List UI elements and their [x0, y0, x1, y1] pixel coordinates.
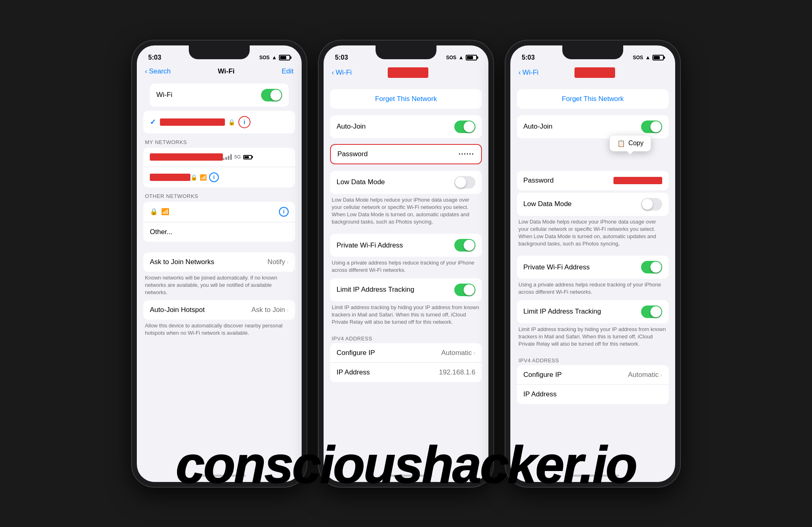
content-3: Forget This Network Auto-Join	[510, 82, 675, 470]
status-icons-3: SOS ▲	[633, 54, 664, 60]
low-data-toggle-3[interactable]	[641, 198, 662, 211]
home-bar-2	[380, 475, 432, 477]
wifi-icon-1: ▲	[272, 54, 277, 60]
battery-icon-3	[652, 55, 664, 60]
low-data-toggle-2[interactable]	[454, 176, 475, 189]
5g-badge: 5G	[234, 154, 241, 160]
private-wifi-card-3: Private Wi-Fi Address	[517, 256, 669, 279]
auto-join-card-3: Auto-Join	[517, 115, 669, 138]
password-card-3: Password	[517, 171, 669, 190]
info-button-current[interactable]: i	[238, 116, 251, 128]
home-indicator-1	[137, 470, 302, 482]
other-label: Other...	[150, 228, 289, 236]
auto-join-toggle-2[interactable]	[454, 120, 475, 133]
auto-join-row-2: Auto-Join	[330, 115, 482, 138]
ask-join-label: Ask to Join Networks	[150, 258, 268, 266]
limit-ip-label-3: Limit IP Address Tracking	[523, 308, 641, 316]
copy-tooltip[interactable]: 📋 Copy	[610, 136, 651, 151]
wifi-toggle[interactable]	[261, 89, 282, 101]
auto-join-hotspot-label: Auto-Join Hotspot	[150, 306, 251, 314]
configure-ip-label-3: Configure IP	[523, 371, 628, 379]
wifi-icon-3b: ▲	[645, 54, 650, 60]
auto-join-row-3: Auto-Join	[517, 115, 669, 138]
back-button-3[interactable]: ‹ Wi-Fi	[518, 69, 538, 77]
forget-btn-2[interactable]: Forget This Network	[330, 89, 482, 109]
configure-ip-value-2: Automatic	[441, 349, 472, 357]
wifi-signal-2: 📶	[200, 174, 207, 181]
back-label-3: Wi-Fi	[523, 69, 539, 77]
content-2: Forget This Network Auto-Join Password	[324, 82, 488, 470]
lock-icon: 🔒	[228, 119, 235, 125]
limit-ip-row-3: Limit IP Address Tracking	[517, 300, 669, 323]
limit-ip-toggle-3[interactable]	[641, 305, 662, 318]
password-row-3: Password	[517, 171, 669, 190]
ip-address-label-2: IP Address	[337, 368, 439, 376]
password-row-bordered-2: Password ••••••	[330, 144, 482, 164]
back-label-2: Wi-Fi	[336, 69, 352, 77]
ip-address-row-3: IP Address	[517, 385, 669, 404]
ask-join-card: Ask to Join Networks Notify ›	[143, 252, 295, 272]
my-networks-header: MY NETWORKS	[137, 138, 302, 148]
configure-ip-value-3: Automatic	[628, 371, 659, 379]
lock-icon-3: 🔒	[150, 208, 158, 215]
other-item[interactable]: Other...	[143, 222, 295, 242]
back-button-2[interactable]: ‹ Wi-Fi	[332, 69, 352, 77]
home-bar-3	[566, 475, 619, 477]
configure-ip-row-3[interactable]: Configure IP Automatic ›	[517, 365, 669, 385]
copy-icon: 📋	[617, 140, 625, 147]
auto-join-hotspot-chevron: ›	[287, 307, 289, 313]
ipv4-card-2: Configure IP Automatic › IP Address 192.…	[330, 343, 482, 382]
wifi-toggle-row: Wi-Fi	[150, 84, 289, 107]
limit-ip-card-3: Limit IP Address Tracking	[517, 300, 669, 323]
edit-button-1[interactable]: Edit	[282, 67, 294, 75]
configure-ip-label-2: Configure IP	[337, 349, 441, 357]
auto-join-card-2: Auto-Join	[330, 115, 482, 138]
my-network-1[interactable]: 5G	[143, 148, 295, 167]
back-chevron-3: ‹	[518, 69, 521, 77]
back-chevron-2: ‹	[332, 69, 334, 77]
notch-1	[189, 45, 250, 59]
current-network-name-redacted	[160, 118, 225, 126]
info-btn-3[interactable]: i	[279, 207, 289, 217]
limit-ip-toggle-2[interactable]	[454, 284, 475, 296]
info-btn-2[interactable]: i	[209, 172, 219, 182]
ask-join-value: Notify	[268, 258, 285, 266]
status-time-3: 5:03	[522, 54, 535, 61]
status-time-1: 5:03	[148, 54, 161, 61]
low-data-label-2: Low Data Mode	[337, 178, 454, 186]
private-wifi-toggle-3[interactable]	[641, 261, 662, 273]
other-networks-section: OTHER NETWORKS 🔒 📶 i Other...	[137, 191, 302, 242]
current-network-card: ✓ 🔒 i	[143, 111, 295, 133]
private-wifi-toggle-2[interactable]	[454, 239, 475, 252]
private-wifi-desc-3: Using a private address helps reduce tra…	[510, 279, 675, 300]
other-networks-header: OTHER NETWORKS	[137, 191, 302, 202]
auto-join-toggle-3[interactable]	[641, 120, 662, 133]
nav-bar-3: ‹ Wi-Fi	[510, 66, 675, 82]
status-icons-2: SOS ▲	[446, 54, 477, 60]
configure-ip-row-2[interactable]: Configure IP Automatic ›	[330, 343, 482, 363]
phone-2: 5:03 SOS ▲ ‹ Wi-Fi	[319, 41, 493, 487]
private-wifi-row-3: Private Wi-Fi Address	[517, 256, 669, 279]
phone-1-screen: 5:03 SOS ▲ ‹ Search Wi-Fi Edit	[137, 45, 302, 482]
auto-join-hotspot-row[interactable]: Auto-Join Hotspot Ask to Join ›	[143, 300, 295, 320]
my-network-2[interactable]: 🔒 📶 i	[143, 167, 295, 187]
private-wifi-label-3: Private Wi-Fi Address	[523, 263, 641, 271]
home-indicator-3	[510, 470, 675, 482]
wifi-icon-3: 📶	[161, 208, 169, 215]
low-data-label-3: Low Data Mode	[523, 200, 641, 208]
my-network-1-icons: 5G	[223, 154, 252, 160]
auto-join-label-3: Auto-Join	[523, 123, 641, 131]
other-networks-card: 🔒 📶 i Other...	[143, 202, 295, 242]
phone-3: 5:03 SOS ▲ ‹ Wi-Fi	[505, 41, 680, 487]
password-label-2: Password	[337, 150, 459, 158]
my-networks-card: 5G 🔒 📶	[143, 148, 295, 187]
ask-join-row[interactable]: Ask to Join Networks Notify ›	[143, 252, 295, 272]
network-name-redacted-3	[574, 67, 615, 78]
battery-small	[243, 155, 252, 159]
sos-icon-3: SOS	[633, 55, 643, 60]
back-button-1[interactable]: ‹ Search	[145, 67, 171, 75]
auto-join-hotspot-card: Auto-Join Hotspot Ask to Join ›	[143, 300, 295, 320]
forget-btn-3[interactable]: Forget This Network	[517, 89, 669, 109]
home-bar-1	[193, 475, 246, 477]
ipv4-header-2: IPV4 ADDRESS	[324, 330, 488, 343]
